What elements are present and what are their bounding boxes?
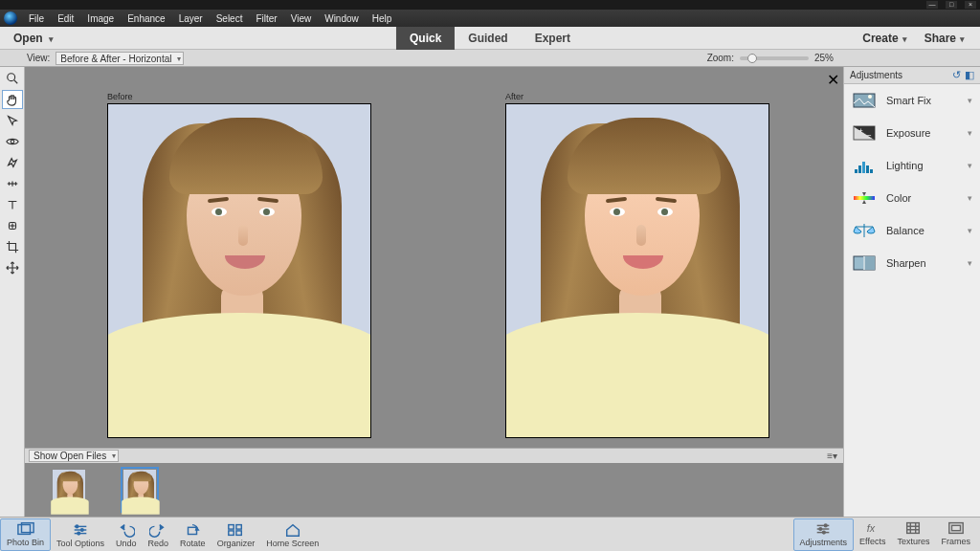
menu-bar: File Edit Image Enhance Layer Select Fil… [0,10,980,27]
svg-point-0 [7,74,14,81]
adj-label: Lighting [886,160,924,171]
hand-tool[interactable] [2,90,23,109]
zoom-value: 25% [814,53,834,63]
after-view: After [505,92,769,448]
svg-point-32 [80,529,83,532]
cmd-organizer[interactable]: Organizer [212,520,261,551]
view-select[interactable]: Before & After - Horizontal [56,52,184,65]
balance-icon [852,220,877,241]
after-image[interactable] [505,103,769,438]
tab-guided[interactable]: Guided [455,27,521,50]
zoom-slider-thumb[interactable] [747,54,757,63]
cmd-adjustments[interactable]: Adjustments [793,518,855,551]
svg-text:fx: fx [866,523,875,535]
chevron-down-icon [960,32,965,45]
cmd-effects[interactable]: fxEffects [854,518,891,551]
cmd-redo[interactable]: Redo [143,520,175,551]
menu-window[interactable]: Window [319,11,365,26]
adj-smart-fix[interactable]: Smart Fix [844,84,980,117]
menu-filter[interactable]: Filter [250,11,282,26]
adj-balance[interactable]: Balance [844,214,980,247]
spot-heal-tool[interactable] [2,216,23,235]
adj-label: Smart Fix [886,95,931,106]
create-button[interactable]: Create [857,32,912,45]
svg-rect-20 [854,196,875,200]
adj-label: Sharpen [886,257,926,269]
photo-bin-thumb-2[interactable] [122,469,157,511]
svg-rect-16 [858,165,861,173]
photo-bin-thumb-1[interactable] [52,469,86,511]
menu-edit[interactable]: Edit [52,11,79,26]
adj-label: Exposure [886,127,930,139]
adj-exposure[interactable]: +− Exposure [844,117,980,149]
panel-menu-icon[interactable]: ◧ [965,69,974,81]
chevron-down-icon [902,32,907,45]
tab-quick[interactable]: Quick [396,27,455,50]
maximize-button[interactable]: □ [946,1,957,9]
quick-select-tool[interactable] [2,111,23,130]
cmd-textures[interactable]: Textures [891,518,935,551]
crop-tool[interactable] [2,237,23,256]
options-bar: View: Before & After - Horizontal Zoom: … [0,50,980,67]
move-tool[interactable] [2,258,23,277]
share-button[interactable]: Share [919,32,970,45]
reset-icon[interactable]: ↺ [952,69,961,81]
menu-layer[interactable]: Layer [173,11,209,26]
menu-select[interactable]: Select [211,11,249,26]
svg-rect-48 [951,525,960,530]
mode-tabs: Quick Guided Expert [396,27,584,50]
adj-label: Color [886,192,911,204]
svg-line-1 [13,80,17,84]
menu-help[interactable]: Help [367,11,398,26]
cmd-home-screen[interactable]: Home Screen [260,520,324,551]
exposure-icon: +− [852,122,877,143]
adjustments-header: Adjustments ↺ ◧ [844,67,980,84]
svg-rect-37 [229,531,234,536]
straighten-tool[interactable] [2,174,23,193]
cmd-photo-bin[interactable]: Photo Bin [0,518,51,551]
type-tool[interactable] [2,195,23,214]
close-panel-icon[interactable]: ✕ [827,71,839,89]
svg-rect-46 [907,523,920,534]
before-image[interactable] [107,103,371,438]
open-button[interactable]: Open [0,32,67,45]
svg-rect-24 [863,256,875,270]
adj-lighting[interactable]: Lighting [844,149,980,182]
photo-bin [25,463,843,517]
close-button[interactable]: × [965,1,976,9]
zoom-slider[interactable] [740,56,809,60]
photo-bin-select[interactable]: Show Open Files [29,450,119,462]
eye-tool[interactable] [2,132,23,151]
svg-rect-35 [229,525,234,530]
svg-point-33 [78,532,80,535]
zoom-tool[interactable] [2,69,23,88]
photo-bin-bar: Show Open Files ≡▾ [25,448,843,463]
menu-view[interactable]: View [285,11,318,26]
svg-point-43 [819,528,822,531]
menu-enhance[interactable]: Enhance [122,11,170,26]
svg-rect-34 [189,527,197,534]
svg-point-31 [76,525,78,528]
tab-expert[interactable]: Expert [522,27,584,50]
photo-bin-menu-icon[interactable]: ≡▾ [827,451,837,461]
window-titlebar: — □ × [0,0,980,10]
menu-image[interactable]: Image [81,11,120,26]
cmd-rotate[interactable]: Rotate [174,520,212,551]
whiten-teeth-tool[interactable] [2,153,23,172]
after-label: After [505,92,769,101]
zoom-label: Zoom: [707,53,734,63]
adj-sharpen[interactable]: Sharpen [844,247,980,279]
minimize-button[interactable]: — [926,1,938,9]
cmd-tool-options[interactable]: Tool Options [51,520,110,551]
svg-point-2 [11,140,14,143]
workspace: ✕ Before After [0,67,980,517]
cmd-undo[interactable]: Undo [110,520,143,551]
menu-file[interactable]: File [23,11,50,26]
svg-rect-38 [236,531,241,536]
adj-color[interactable]: Color [844,182,980,214]
cmd-frames[interactable]: Frames [935,518,976,551]
svg-rect-17 [862,162,865,173]
adjustments-panel: Adjustments ↺ ◧ Smart Fix +− Exposure Li… [843,67,980,517]
svg-text:+: + [858,126,863,135]
svg-rect-15 [855,169,858,173]
